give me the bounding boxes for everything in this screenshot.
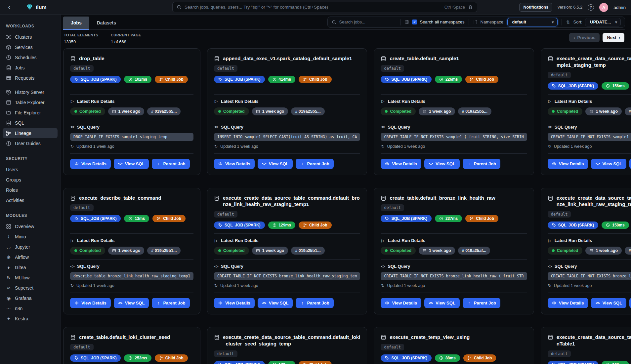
sql-snippet: describe table bronze_link_health_raw_st…: [70, 272, 193, 280]
view-details-button[interactable]: View Details: [548, 159, 588, 169]
sql-snippet: INSERT INTO sample1 SELECT CAST(fruit AS…: [214, 133, 360, 141]
card-actions: View Details <> View SQL ↑ Parent Job: [70, 298, 193, 308]
sidebar-item-services[interactable]: Services: [3, 42, 58, 52]
sidebar-item-history-server[interactable]: History Server: [3, 87, 58, 97]
db-icon: [6, 120, 11, 126]
latest-run-details-header[interactable]: ▷ Latest Run Details: [381, 238, 527, 243]
namespace-select[interactable]: default ▾: [507, 18, 558, 26]
tag-icon: [552, 363, 556, 364]
sidebar-item-n8n[interactable]: ⋯n8n: [3, 303, 58, 313]
view-details-button[interactable]: View Details: [548, 298, 588, 308]
sidebar-item-requests[interactable]: Requests: [3, 73, 58, 83]
latest-run-details-header[interactable]: ▷ Latest Run Details: [381, 99, 527, 104]
sidebar-item-schedules[interactable]: Schedules: [3, 52, 58, 62]
view-details-button[interactable]: View Details: [214, 298, 255, 308]
code-icon: <>: [214, 125, 218, 129]
sidebar-item-superset[interactable]: ∞Superset: [3, 283, 58, 293]
sort-select[interactable]: UPDATE... ▾: [585, 18, 621, 26]
tab-jobs[interactable]: Jobs: [63, 17, 89, 30]
avatar[interactable]: A: [599, 3, 608, 12]
parent-job-button[interactable]: ↑ Parent Job: [152, 298, 189, 308]
sidebar-item-minio[interactable]: ≀Minio: [3, 231, 58, 242]
view-details-button[interactable]: View Details: [381, 298, 421, 308]
view-sql-button[interactable]: <> View SQL: [424, 298, 460, 308]
sidebar-item-clusters[interactable]: Clusters: [3, 32, 58, 42]
view-details-button[interactable]: View Details: [214, 159, 255, 169]
db-icon: [6, 65, 11, 70]
database-icon: [381, 335, 386, 340]
eye-icon: [218, 301, 223, 305]
sidebar-item-lineage[interactable]: Lineage: [3, 128, 58, 138]
child-job-badge: Child Job: [465, 76, 498, 83]
view-details-button[interactable]: View Details: [70, 159, 111, 169]
sidebar-item-groups[interactable]: Groups: [3, 175, 58, 185]
latest-run-details-header[interactable]: ▷ Latest Run Details: [214, 99, 360, 104]
sidebar-item-users[interactable]: Users: [3, 164, 58, 175]
sidebar-item-roles[interactable]: Roles: [3, 185, 58, 195]
latest-run-details-header[interactable]: ▷ Latest Run Details: [70, 99, 193, 104]
shortcut-hint: Ctrl+Space: [444, 5, 465, 10]
view-sql-button[interactable]: <> View SQL: [114, 298, 149, 308]
sidebar-item-grafana[interactable]: ◉Grafana: [3, 293, 58, 303]
run-pills-row: Completed 1 week ago # 019a25af...: [381, 247, 527, 255]
view-sql-button[interactable]: <> View SQL: [591, 298, 626, 308]
refresh-icon: ↻: [70, 144, 74, 148]
parent-job-button[interactable]: ↑ Parent Job: [629, 298, 631, 308]
parent-job-button[interactable]: ↑ Parent Job: [463, 298, 500, 308]
sidebar-item-kestra[interactable]: ✦Kestra: [3, 313, 58, 324]
view-details-button[interactable]: View Details: [381, 159, 421, 169]
latest-run-details-header[interactable]: ▷ Latest Run Details: [70, 238, 193, 243]
view-sql-button[interactable]: <> View SQL: [258, 298, 293, 308]
latest-run-details-header[interactable]: ▷ Latest Run Details: [548, 238, 631, 243]
sort-value: UPDATE...: [590, 20, 611, 24]
job-title: drop_table: [79, 55, 105, 62]
sidebar-item-jobs[interactable]: Jobs: [3, 62, 58, 73]
duration-badge: 88ms: [435, 354, 460, 362]
sidebar-item-overview[interactable]: Overview: [3, 221, 58, 231]
run-id-badge: # 019a25b5...: [147, 107, 181, 115]
branch-icon: [468, 356, 472, 360]
parent-job-button[interactable]: ↑ Parent Job: [152, 159, 189, 169]
parent-job-button[interactable]: ↑ Parent Job: [296, 159, 333, 169]
run-date-badge: 1 week ago: [252, 247, 288, 255]
sidebar-item-sql[interactable]: SQL: [3, 118, 58, 128]
sidebar-item-activities[interactable]: Activities: [3, 195, 58, 205]
status-dot-icon: [385, 249, 388, 252]
sidebar-item-jupyter[interactable]: ◡Jupyter: [3, 242, 58, 252]
clock-icon: [439, 217, 443, 221]
view-sql-button[interactable]: <> View SQL: [424, 159, 460, 169]
jobs-search-input[interactable]: [339, 20, 397, 24]
sidebar-item-file-explorer[interactable]: File Explorer: [3, 107, 58, 118]
code-icon: <>: [214, 264, 218, 268]
code-icon: <>: [262, 301, 266, 305]
view-details-button[interactable]: View Details: [70, 298, 111, 308]
parent-job-button[interactable]: ↑ Parent Job: [463, 159, 500, 169]
notifications-button[interactable]: Notifications: [519, 3, 552, 12]
view-sql-button[interactable]: <> View SQL: [114, 159, 149, 169]
calendar-icon: [589, 109, 593, 113]
all-namespaces-checkbox[interactable]: ✓: [412, 20, 417, 24]
help-icon[interactable]: ?: [588, 4, 594, 11]
trash-icon[interactable]: [468, 5, 473, 10]
parent-job-button[interactable]: ↑ Parent Job: [296, 298, 333, 308]
updated-row: ↻ Updated 1 week ago: [70, 283, 193, 288]
view-sql-button[interactable]: <> View SQL: [591, 159, 626, 169]
code-icon: <>: [70, 125, 74, 129]
sidebar-item-user-guides[interactable]: User Guides: [3, 138, 58, 148]
brand: Ilum: [26, 4, 47, 10]
tab-datasets[interactable]: Datasets: [89, 17, 124, 30]
parent-job-button[interactable]: ↑ Parent Job: [629, 159, 631, 169]
back-button[interactable]: ‹: [5, 3, 13, 11]
sidebar-item-table-explorer[interactable]: Table Explorer: [3, 97, 58, 107]
refresh-icon: ↻: [381, 284, 385, 288]
global-search-input[interactable]: [185, 5, 442, 10]
sidebar-item-gitea[interactable]: ♦Gitea: [3, 262, 58, 272]
sidebar-item-airflow[interactable]: ❋Airflow: [3, 252, 58, 262]
latest-run-details-header[interactable]: ▷ Latest Run Details: [548, 99, 631, 104]
view-sql-button[interactable]: <> View SQL: [258, 159, 293, 169]
latest-run-details-header[interactable]: ▷ Latest Run Details: [214, 238, 360, 243]
next-page-button[interactable]: Next ›: [603, 33, 624, 42]
previous-page-button[interactable]: ‹ Previous: [569, 33, 600, 42]
sidebar-item-mlflow[interactable]: ↻MLflow: [3, 272, 58, 283]
tag-icon: [385, 356, 389, 360]
